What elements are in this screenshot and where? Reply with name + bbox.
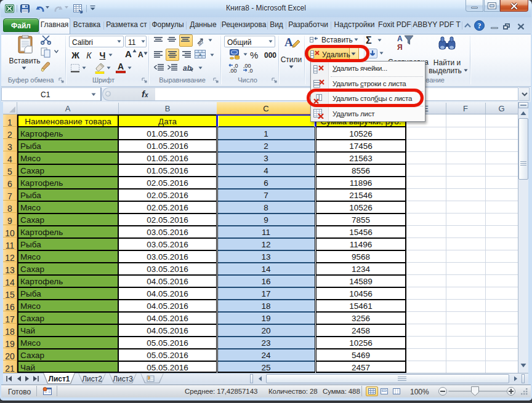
svg-text:,00: ,00 bbox=[229, 68, 237, 73]
svg-text:А: А bbox=[397, 34, 403, 43]
svg-text:А: А bbox=[284, 36, 293, 49]
svg-text:a: a bbox=[199, 52, 201, 57]
svg-text:ab: ab bbox=[196, 39, 204, 46]
svg-text:ab: ab bbox=[183, 64, 191, 73]
svg-text:,0: ,0 bbox=[248, 68, 253, 73]
svg-text:?: ? bbox=[478, 22, 482, 30]
svg-text:Я: Я bbox=[397, 43, 403, 52]
